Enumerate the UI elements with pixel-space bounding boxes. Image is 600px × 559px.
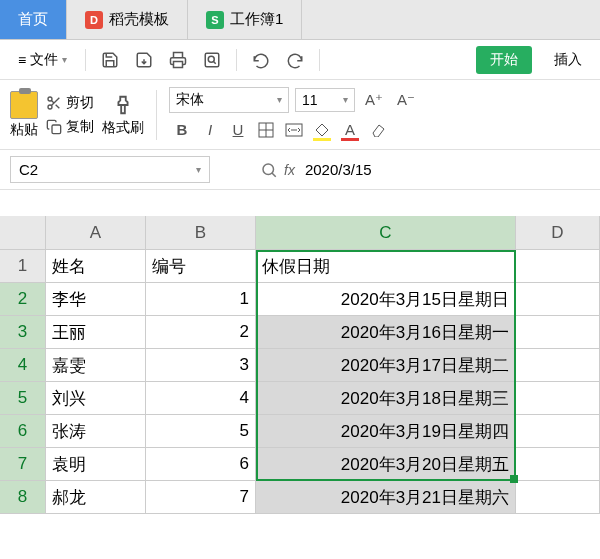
cell[interactable]: 6 [146,448,256,481]
chevron-down-icon: ▾ [62,54,67,65]
cell[interactable]: 2020年3月16日星期一 [256,316,516,349]
cut-label: 剪切 [66,94,94,112]
cell[interactable]: 张涛 [46,415,146,448]
name-box[interactable]: C2 ▾ [10,156,210,183]
fill-color-button[interactable] [309,117,335,143]
cell[interactable]: 王丽 [46,316,146,349]
ribbon-insert[interactable]: 插入 [546,47,590,73]
spreadsheet-grid: A B C D 1 姓名 编号 休假日期 2 李华 1 2020年3月15日星期… [0,216,600,514]
spreadsheet-icon: S [206,11,224,29]
zoom-icon[interactable] [260,161,278,179]
ribbon-start[interactable]: 开始 [476,46,532,74]
cut-button[interactable]: 剪切 [46,94,94,112]
select-all-corner[interactable] [0,216,46,250]
svg-point-8 [263,164,274,175]
redo-button[interactable] [281,46,309,74]
format-toolbar: 粘贴 剪切 复制 格式刷 宋体 ▾ 11 ▾ A⁺ A⁻ B [0,80,600,150]
formula-input[interactable] [301,159,499,180]
cell[interactable]: 2 [146,316,256,349]
cell[interactable] [516,481,600,514]
col-header-b[interactable]: B [146,216,256,250]
paste-label: 粘贴 [10,121,38,139]
decrease-font-button[interactable]: A⁻ [393,87,419,113]
cell[interactable] [516,382,600,415]
brush-icon [111,93,135,117]
underline-button[interactable]: U [225,117,251,143]
cell[interactable]: 2020年3月20日星期五 [256,448,516,481]
tab-template[interactable]: D 稻壳模板 [67,0,188,39]
col-header-d[interactable]: D [516,216,600,250]
cell[interactable]: 7 [146,481,256,514]
file-menu-label: 文件 [30,51,58,69]
row-header[interactable]: 7 [0,448,46,481]
col-header-c[interactable]: C [256,216,516,250]
merge-button[interactable] [281,117,307,143]
font-color-button[interactable]: A [337,117,363,143]
formula-bar: C2 ▾ fx [0,150,600,190]
cell[interactable]: 姓名 [46,250,146,283]
cell[interactable]: 2020年3月19日星期四 [256,415,516,448]
bold-button[interactable]: B [169,117,195,143]
col-header-a[interactable]: A [46,216,146,250]
cell[interactable]: 刘兴 [46,382,146,415]
row-header[interactable]: 1 [0,250,46,283]
cell[interactable]: 4 [146,382,256,415]
border-button[interactable] [253,117,279,143]
cell[interactable]: 袁明 [46,448,146,481]
row-header[interactable]: 3 [0,316,46,349]
print-preview-button[interactable] [198,46,226,74]
cell[interactable] [516,283,600,316]
cell[interactable]: 李华 [46,283,146,316]
save-as-button[interactable] [130,46,158,74]
cell[interactable] [516,448,600,481]
italic-button[interactable]: I [197,117,223,143]
copy-button[interactable]: 复制 [46,118,94,136]
svg-rect-1 [205,53,219,67]
row-header[interactable]: 4 [0,349,46,382]
cell[interactable] [516,349,600,382]
cell[interactable]: 2020年3月15日星期日 [256,283,516,316]
docer-icon: D [85,11,103,29]
cell[interactable] [516,316,600,349]
cell[interactable]: 嘉雯 [46,349,146,382]
cell[interactable]: 3 [146,349,256,382]
cell[interactable]: 1 [146,283,256,316]
tab-home-label: 首页 [18,10,48,29]
menu-icon: ≡ [18,52,26,68]
scissors-icon [46,95,62,111]
cell[interactable]: 2020年3月17日星期二 [256,349,516,382]
cell[interactable] [516,250,600,283]
increase-font-button[interactable]: A⁺ [361,87,387,113]
eraser-button[interactable] [365,117,391,143]
cell[interactable] [516,415,600,448]
copy-label: 复制 [66,118,94,136]
cell[interactable]: 郝龙 [46,481,146,514]
svg-point-4 [48,105,52,109]
format-brush-button[interactable]: 格式刷 [102,93,144,137]
name-box-value: C2 [19,161,38,178]
cell[interactable]: 5 [146,415,256,448]
font-size-select[interactable]: 11 ▾ [295,88,355,112]
tab-workbook[interactable]: S 工作簿1 [188,0,302,39]
undo-button[interactable] [247,46,275,74]
row-header[interactable]: 5 [0,382,46,415]
cell[interactable]: 编号 [146,250,256,283]
row-header[interactable]: 2 [0,283,46,316]
cell[interactable]: 休假日期 [256,250,516,283]
separator [156,90,157,140]
separator [319,49,320,71]
row-header[interactable]: 8 [0,481,46,514]
cell[interactable]: 2020年3月21日星期六 [256,481,516,514]
svg-rect-5 [52,125,61,134]
svg-point-2 [208,56,214,62]
save-button[interactable] [96,46,124,74]
cell[interactable]: 2020年3月18日星期三 [256,382,516,415]
print-button[interactable] [164,46,192,74]
row-header[interactable]: 6 [0,415,46,448]
fx-icon[interactable]: fx [284,162,295,178]
tab-home[interactable]: 首页 [0,0,67,39]
paste-button[interactable]: 粘贴 [10,91,38,139]
font-name-select[interactable]: 宋体 ▾ [169,87,289,113]
file-menu[interactable]: ≡ 文件 ▾ [10,47,75,73]
brush-label: 格式刷 [102,119,144,137]
